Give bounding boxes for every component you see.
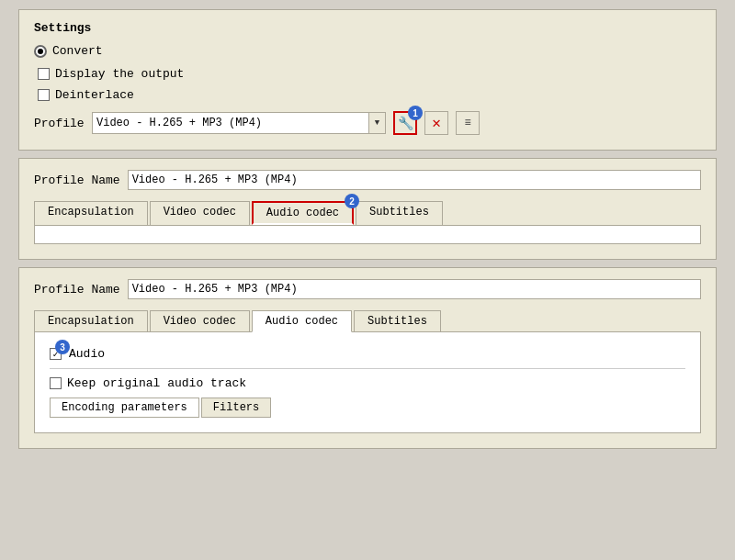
tab-audio-codec-2[interactable]: Audio codec [252, 310, 352, 332]
tab-subtitles-2[interactable]: Subtitles [354, 310, 441, 331]
profile-name-row-1: Profile Name [34, 170, 701, 190]
deinterlace-checkbox[interactable] [38, 89, 50, 101]
profile-name-input-1[interactable] [128, 170, 701, 190]
encoding-tabs-row: Encoding parameters Filters [50, 398, 685, 418]
audio-label: Audio [69, 347, 105, 361]
profile-select-wrapper: Video - H.265 + MP3 (MP4) Video - H.264 … [92, 112, 386, 134]
audio-header: 3 Audio [50, 347, 685, 369]
profile-editor-1: Profile Name Encapsulation Video codec A… [18, 158, 717, 260]
profile-name-label-2: Profile Name [34, 283, 120, 297]
profile-row: Profile Video - H.265 + MP3 (MP4) Video … [34, 111, 701, 135]
list-button[interactable]: ≡ [456, 111, 480, 135]
tab-content-1 [34, 226, 701, 244]
deinterlace-row[interactable]: Deinterlace [38, 88, 701, 102]
display-output-row[interactable]: Display the output [38, 67, 701, 81]
profile-name-label-1: Profile Name [34, 174, 120, 187]
settings-title: Settings [34, 21, 701, 35]
display-output-checkbox[interactable] [38, 68, 50, 80]
filters-tab[interactable]: Filters [201, 398, 271, 418]
tab-video-codec-2[interactable]: Video codec [150, 310, 250, 331]
convert-radio[interactable] [34, 45, 47, 58]
settings-panel: Settings Convert Display the output Dein… [18, 9, 717, 151]
profile-name-row-2: Profile Name [34, 279, 701, 299]
encoding-parameters-tab[interactable]: Encoding parameters [50, 398, 199, 418]
audio-checkbox-badge: 3 [55, 340, 70, 354]
tab-video-codec-1[interactable]: Video codec [150, 201, 250, 225]
close-icon: ✕ [432, 114, 441, 132]
keep-original-checkbox[interactable] [50, 377, 62, 389]
tab-subtitles-1[interactable]: Subtitles [356, 201, 443, 225]
tabs-row-1: Encapsulation Video codec Audio codec 2 … [34, 201, 701, 226]
list-icon: ≡ [464, 117, 470, 129]
wrench-button[interactable]: 🔧 1 [393, 111, 417, 135]
profile-select[interactable]: Video - H.265 + MP3 (MP4) Video - H.264 … [92, 112, 369, 134]
wrench-badge: 1 [408, 106, 423, 120]
audio-checkbox[interactable]: 3 [50, 348, 62, 360]
tab-encapsulation-1[interactable]: Encapsulation [34, 201, 148, 225]
keep-original-label: Keep original audio track [67, 376, 246, 390]
keep-original-row: Keep original audio track [50, 376, 685, 390]
profile-label: Profile [34, 117, 85, 130]
audio-section: 3 Audio Keep original audio track Encodi… [42, 340, 693, 425]
close-button[interactable]: ✕ [424, 111, 448, 135]
profile-dropdown-arrow[interactable] [369, 112, 386, 134]
tabs-row-2: Encapsulation Video codec Audio codec Su… [34, 310, 701, 332]
profile-editor-2: Profile Name Encapsulation Video codec A… [18, 267, 717, 449]
convert-label: Convert [52, 44, 103, 58]
tab-content-2: 3 Audio Keep original audio track Encodi… [34, 332, 701, 433]
profile-name-input-2[interactable] [128, 279, 701, 299]
tab-encapsulation-2[interactable]: Encapsulation [34, 310, 148, 331]
tab-audio-codec-1[interactable]: Audio codec 2 [252, 201, 354, 225]
display-output-label: Display the output [55, 67, 184, 81]
audio-tab-badge: 2 [345, 194, 359, 208]
deinterlace-label: Deinterlace [55, 88, 134, 102]
convert-radio-row[interactable]: Convert [34, 44, 701, 58]
